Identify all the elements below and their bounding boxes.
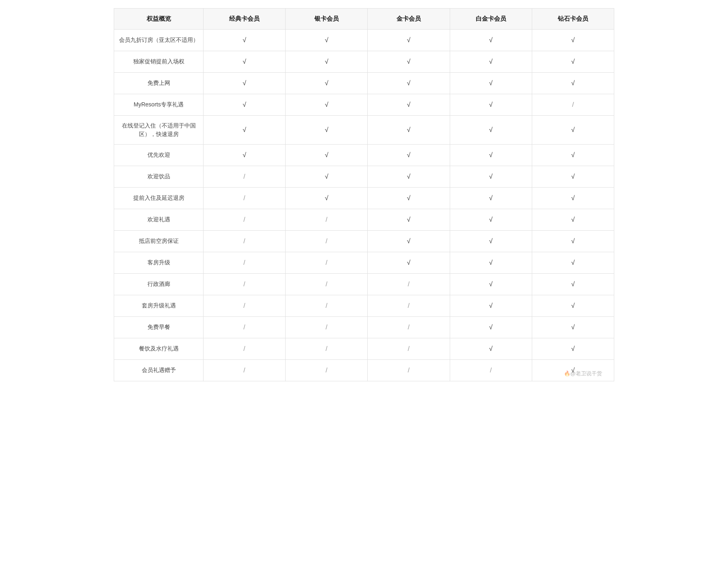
header-row: 权益概览 经典卡会员 银卡会员 金卡会员 白金卡会员 钻石卡会员 <box>114 9 614 30</box>
benefit-cell: √ <box>286 29 368 51</box>
benefit-cell: / <box>204 338 286 359</box>
benefit-cell: / <box>204 359 286 381</box>
benefit-cell: √ <box>450 72 532 94</box>
benefit-cell: √ <box>368 144 450 166</box>
table-row: 套房升级礼遇///√√ <box>114 295 614 316</box>
benefit-cell: √ <box>450 51 532 72</box>
feature-name: 会员礼遇赠予 <box>114 359 204 381</box>
benefit-cell: √ <box>368 230 450 252</box>
benefit-cell: √ <box>204 29 286 51</box>
benefit-cell: √ <box>532 316 614 338</box>
benefit-cell: √ <box>368 115 450 144</box>
benefit-cell: √ <box>532 338 614 359</box>
table-row: 在线登记入住（不适用于中国区），快速退房√√√√√ <box>114 115 614 144</box>
benefit-cell: √ <box>532 72 614 94</box>
table-row: 欢迎礼遇//√√√ <box>114 209 614 230</box>
benefit-cell: √ <box>532 209 614 230</box>
benefit-cell: √ <box>532 166 614 187</box>
benefit-cell: √ <box>286 187 368 209</box>
benefit-cell: / <box>532 94 614 115</box>
benefit-cell: √ <box>532 115 614 144</box>
benefit-cell: √ <box>204 72 286 94</box>
benefit-cell: √ <box>204 144 286 166</box>
benefit-cell: √ <box>532 230 614 252</box>
benefit-cell: / <box>204 230 286 252</box>
benefit-cell: / <box>204 273 286 295</box>
benefit-cell: √ <box>368 29 450 51</box>
benefit-cell: / <box>204 295 286 316</box>
feature-name: 欢迎饮品 <box>114 166 204 187</box>
table-row: 免费早餐///√√ <box>114 316 614 338</box>
header-diamond: 钻石卡会员 <box>532 9 614 30</box>
benefit-cell: √ <box>368 94 450 115</box>
table-container: 权益概览 经典卡会员 银卡会员 金卡会员 白金卡会员 钻石卡会员 会员九折订房（… <box>114 0 614 389</box>
table-row: 欢迎饮品/√√√√ <box>114 166 614 187</box>
benefit-cell: / <box>204 166 286 187</box>
benefit-cell: √ <box>450 166 532 187</box>
benefit-cell: √ <box>532 144 614 166</box>
benefit-cell: √ <box>204 115 286 144</box>
feature-name: 独家促销提前入场权 <box>114 51 204 72</box>
benefit-cell: √ <box>450 338 532 359</box>
table-row: 免费上网√√√√√ <box>114 72 614 94</box>
benefit-cell: √ <box>450 115 532 144</box>
table-row: MyResorts专享礼遇√√√√/ <box>114 94 614 115</box>
benefit-cell: √ <box>532 273 614 295</box>
benefit-cell: / <box>368 359 450 381</box>
benefit-cell: √ <box>450 29 532 51</box>
header-classic: 经典卡会员 <box>204 9 286 30</box>
table-row: 独家促销提前入场权√√√√√ <box>114 51 614 72</box>
feature-name: 套房升级礼遇 <box>114 295 204 316</box>
benefit-cell: / <box>286 273 368 295</box>
benefit-cell: / <box>286 230 368 252</box>
benefit-cell: / <box>368 338 450 359</box>
benefit-cell: √ <box>204 94 286 115</box>
feature-name: 抵店前空房保证 <box>114 230 204 252</box>
benefit-cell: √ <box>286 166 368 187</box>
benefit-cell: √ <box>368 166 450 187</box>
feature-name: MyResorts专享礼遇 <box>114 94 204 115</box>
feature-name: 免费上网 <box>114 72 204 94</box>
benefit-cell: / <box>204 316 286 338</box>
benefit-cell: / <box>368 316 450 338</box>
feature-name: 行政酒廊 <box>114 273 204 295</box>
benefit-cell: √ <box>450 144 532 166</box>
benefit-cell: √ <box>368 187 450 209</box>
benefit-cell: √ <box>368 209 450 230</box>
benefit-cell: / <box>286 252 368 273</box>
table-row: 会员礼遇赠予////√ <box>114 359 614 381</box>
benefit-cell: √ <box>368 72 450 94</box>
feature-name: 欢迎礼遇 <box>114 209 204 230</box>
benefit-cell: √ <box>368 51 450 72</box>
benefit-cell: / <box>450 359 532 381</box>
header-gold: 金卡会员 <box>368 9 450 30</box>
benefit-cell: √ <box>450 252 532 273</box>
benefit-cell: √ <box>532 51 614 72</box>
benefit-cell: √ <box>532 29 614 51</box>
benefit-cell: √ <box>450 209 532 230</box>
benefit-cell: / <box>368 295 450 316</box>
benefit-cell: √ <box>286 94 368 115</box>
benefit-cell: √ <box>532 187 614 209</box>
benefit-cell: / <box>286 209 368 230</box>
benefit-cell: / <box>204 187 286 209</box>
feature-name: 提前入住及延迟退房 <box>114 187 204 209</box>
benefit-cell: √ <box>286 51 368 72</box>
benefit-cell: / <box>286 316 368 338</box>
header-silver: 银卡会员 <box>286 9 368 30</box>
benefit-cell: √ <box>532 252 614 273</box>
feature-name: 优先欢迎 <box>114 144 204 166</box>
table-row: 抵店前空房保证//√√√ <box>114 230 614 252</box>
benefit-cell: √ <box>450 187 532 209</box>
table-row: 会员九折订房（亚太区不适用）√√√√√ <box>114 29 614 51</box>
table-row: 客房升级//√√√ <box>114 252 614 273</box>
benefit-cell: / <box>204 252 286 273</box>
header-benefits: 权益概览 <box>114 9 204 30</box>
benefit-cell: √ <box>450 273 532 295</box>
table-row: 餐饮及水疗礼遇///√√ <box>114 338 614 359</box>
benefit-cell: √ <box>532 359 614 381</box>
feature-name: 在线登记入住（不适用于中国区），快速退房 <box>114 115 204 144</box>
table-row: 行政酒廊///√√ <box>114 273 614 295</box>
benefit-cell: √ <box>286 144 368 166</box>
feature-name: 餐饮及水疗礼遇 <box>114 338 204 359</box>
